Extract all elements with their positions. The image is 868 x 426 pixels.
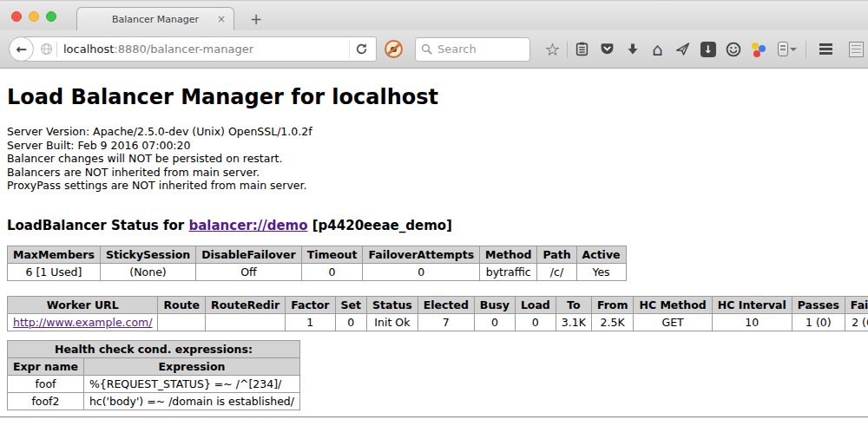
page-preview-button[interactable] <box>844 36 868 62</box>
minimize-window-button[interactable] <box>29 11 39 22</box>
factor-cell: 1 <box>286 313 335 331</box>
reading-list-button[interactable] <box>569 36 595 62</box>
set-cell: 0 <box>335 313 366 331</box>
clipboard-icon <box>575 42 589 56</box>
column-header: RouteRedir <box>206 296 286 313</box>
worker-url-cell: http://www.example.com/ <box>8 313 158 331</box>
bookmark-star-button[interactable]: ☆ <box>540 36 565 62</box>
send-tab-button[interactable] <box>670 36 695 62</box>
from-cell: 2.5K <box>591 313 634 331</box>
menu-button[interactable] <box>813 36 838 62</box>
url-path: :8880/balancer-manager <box>114 43 253 56</box>
search-bar[interactable] <box>415 37 530 62</box>
status-heading-suffix: [p4420eeae_demo] <box>308 218 452 233</box>
max-members-cell: 6 [1 Used] <box>8 263 101 280</box>
status-cell: Init Ok <box>367 313 418 331</box>
browser-window: Balancer Manager × + ← localhost:8880/ba… <box>0 0 868 426</box>
reload-icon <box>355 43 368 56</box>
plugin-slash <box>386 42 403 56</box>
method-cell: bytraffic <box>480 263 537 280</box>
column-header: HC Interval <box>712 296 792 313</box>
toolbar-divider-right <box>806 41 806 58</box>
pocket-button[interactable] <box>595 36 620 62</box>
worker-header-row: Worker URL Route RouteRedir Factor Set S… <box>8 296 868 313</box>
expression-cell: %{REQUEST_STATUS} =~ /^[234]/ <box>83 375 299 392</box>
feedback-button[interactable] <box>720 36 746 62</box>
colored-dots-addon-button[interactable] <box>746 36 771 62</box>
url-domain: localhost <box>63 43 114 56</box>
page-title: Load Balancer Manager for localhost <box>7 69 868 109</box>
toolbar-divider <box>567 41 568 58</box>
search-input[interactable] <box>437 43 516 56</box>
column-header: Active <box>576 246 626 263</box>
reload-button[interactable] <box>349 41 376 58</box>
persist-warning-line: Balancer changes will NOT be persisted o… <box>7 152 868 166</box>
balancer-header-row: MaxMembers StickySession DisableFailover… <box>8 246 627 263</box>
balancer-demo-link[interactable]: balancer://demo <box>188 218 307 233</box>
expr-name-cell: foof2 <box>8 392 84 410</box>
back-button[interactable]: ← <box>9 36 34 62</box>
container-addon-button[interactable] <box>771 36 804 62</box>
column-header: Route <box>158 296 206 313</box>
column-header: Fails <box>845 296 868 313</box>
close-window-button[interactable] <box>11 11 22 22</box>
route-cell <box>158 313 206 331</box>
column-header: From <box>591 296 634 313</box>
globe-icon <box>40 43 53 56</box>
worker-url-link[interactable]: http://www.example.com/ <box>13 316 152 329</box>
health-data-row: foof %{REQUEST_STATUS} =~ /^[234]/ <box>8 375 300 392</box>
titlebar: Balancer Manager × + <box>0 0 868 30</box>
hamburger-icon <box>819 43 832 55</box>
loadbalancer-status-heading: LoadBalancer Status for balancer://demo … <box>7 218 868 233</box>
download-arrow-icon <box>626 43 640 56</box>
path-cell: /c/ <box>537 263 576 280</box>
column-header: To <box>556 296 591 313</box>
column-header: Set <box>335 296 366 313</box>
new-tab-button[interactable]: + <box>245 10 267 28</box>
column-header: Worker URL <box>8 296 158 313</box>
paper-plane-icon <box>675 42 690 56</box>
addon-download-button[interactable]: ↓ <box>695 36 720 62</box>
elected-cell: 7 <box>418 313 474 331</box>
tab-close-icon[interactable]: × <box>217 13 226 25</box>
server-info: Server Version: Apache/2.5.0-dev (Unix) … <box>7 125 868 193</box>
hc-interval-cell: 10 <box>712 313 792 331</box>
column-header: Elected <box>418 296 474 313</box>
url-bar[interactable]: ← localhost:8880/balancer-manager <box>9 36 377 62</box>
disable-failover-cell: Off <box>196 263 301 280</box>
column-header: StickySession <box>100 246 195 263</box>
downloads-button[interactable] <box>620 36 645 62</box>
health-data-row: foof2 hc('body') =~ /domain is establish… <box>8 392 300 410</box>
zoom-window-button[interactable] <box>46 11 56 22</box>
url-divider <box>56 42 57 57</box>
bottom-divider <box>0 416 868 418</box>
active-cell: Yes <box>576 263 626 280</box>
column-header: HC Method <box>634 296 712 313</box>
pocket-icon <box>600 42 615 56</box>
window-controls <box>11 11 56 22</box>
address-text[interactable]: localhost:8880/balancer-manager <box>63 43 349 56</box>
balancer-summary-table: MaxMembers StickySession DisableFailover… <box>7 246 627 281</box>
worker-data-row: http://www.example.com/ 1 0 Init Ok 7 0 … <box>8 313 868 331</box>
column-header: Method <box>480 246 537 263</box>
boxed-download-icon: ↓ <box>700 42 716 57</box>
page-content: Load Balancer Manager for localhost Serv… <box>0 69 868 426</box>
health-table-title: Health check cond. expressions: <box>8 340 300 357</box>
balancer-data-row: 6 [1 Used] (None) Off 0 0 bytraffic /c/ … <box>8 263 627 280</box>
column-header: Path <box>537 246 576 263</box>
smiley-icon <box>726 42 741 57</box>
browser-tab[interactable]: Balancer Manager × <box>76 7 234 30</box>
column-header: Timeout <box>301 246 363 263</box>
home-button[interactable]: ⌂ <box>645 36 670 62</box>
health-check-table: Health check cond. expressions: Expr nam… <box>7 340 300 410</box>
navigation-toolbar: ← localhost:8880/balancer-manager <box>0 30 868 69</box>
column-header: Factor <box>286 296 335 313</box>
timeout-cell: 0 <box>301 263 363 280</box>
busy-cell: 0 <box>474 313 515 331</box>
column-header: Passes <box>792 296 845 313</box>
search-icon <box>421 43 433 56</box>
hc-method-cell: GET <box>634 313 712 331</box>
worker-table: Worker URL Route RouteRedir Factor Set S… <box>7 296 868 331</box>
plugin-blocked-icon[interactable] <box>385 40 403 58</box>
health-title-row: Health check cond. expressions: <box>8 340 300 357</box>
